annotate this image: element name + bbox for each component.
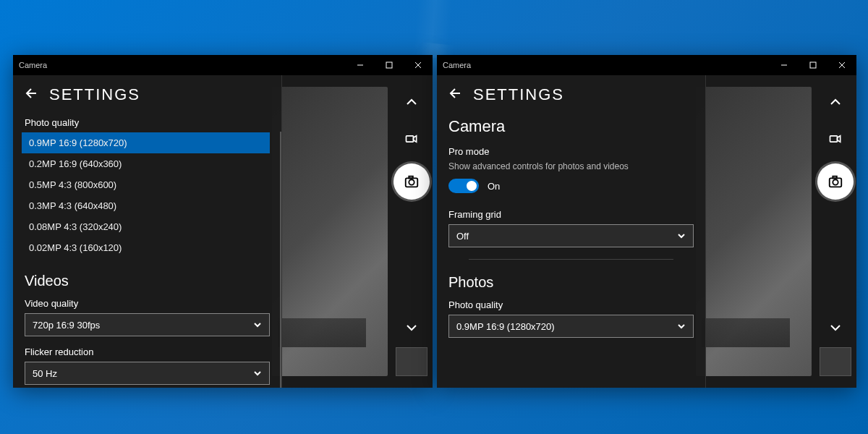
chevron-down-icon[interactable]: [396, 311, 427, 343]
quality-option[interactable]: 0.2MP 16:9 (640x360): [22, 153, 270, 174]
camera-heading: Camera: [448, 117, 694, 136]
side-rail: [814, 87, 856, 376]
minimize-button[interactable]: [770, 55, 799, 75]
framing-grid-label: Framing grid: [448, 209, 694, 220]
chevron-down-icon: [677, 322, 686, 331]
quality-option[interactable]: 0.5MP 4:3 (800x600): [22, 174, 270, 195]
photo-quality-list: 0.9MP 16:9 (1280x720) 0.2MP 16:9 (640x36…: [22, 132, 270, 258]
titlebar: Camera: [13, 55, 433, 75]
camera-window-right: Camera SETTINGS Camera Pro mode Show adv…: [437, 55, 856, 388]
close-button[interactable]: [404, 55, 433, 75]
content-area: SETTINGS Camera Pro mode Show advanced c…: [437, 75, 856, 388]
back-button[interactable]: [448, 86, 463, 103]
side-rail: [391, 87, 433, 376]
quality-option[interactable]: 0.02MP 4:3 (160x120): [22, 237, 270, 258]
video-quality-label: Video quality: [25, 298, 270, 309]
settings-title: SETTINGS: [473, 85, 564, 104]
content-area: SETTINGS Photo quality 0.9MP 16:9 (1280x…: [13, 75, 433, 388]
settings-panel: SETTINGS Photo quality 0.9MP 16:9 (1280x…: [13, 75, 282, 388]
svg-marker-15: [838, 136, 841, 142]
chevron-up-icon[interactable]: [396, 87, 427, 119]
flicker-combo[interactable]: 50 Hz: [25, 362, 270, 385]
window-title: Camera: [19, 61, 47, 69]
svg-rect-4: [407, 136, 414, 142]
close-button[interactable]: [827, 55, 856, 75]
svg-marker-5: [414, 136, 417, 142]
window-title: Camera: [443, 61, 471, 69]
pro-mode-label: Pro mode: [448, 146, 694, 157]
chevron-up-icon[interactable]: [820, 87, 851, 119]
chevron-down-icon: [677, 231, 686, 240]
quality-option[interactable]: 0.08MP 4:3 (320x240): [22, 216, 270, 237]
photo-quality-label: Photo quality: [448, 299, 694, 310]
chevron-down-icon: [253, 320, 262, 329]
minimize-button[interactable]: [346, 55, 375, 75]
svg-rect-14: [830, 136, 838, 142]
video-mode-icon[interactable]: [820, 123, 851, 155]
scrollbar[interactable]: [280, 132, 281, 388]
chevron-down-icon[interactable]: [820, 311, 851, 343]
pro-mode-state: On: [488, 181, 500, 192]
maximize-button[interactable]: [799, 55, 827, 75]
shutter-button[interactable]: [393, 163, 430, 200]
photos-heading: Photos: [448, 274, 694, 291]
quality-option[interactable]: 0.3MP 4:3 (640x480): [22, 195, 270, 216]
framing-grid-value: Off: [456, 231, 469, 242]
svg-point-17: [833, 179, 838, 184]
pro-mode-toggle[interactable]: [448, 179, 479, 193]
photo-quality-combo[interactable]: 0.9MP 16:9 (1280x720): [448, 315, 694, 338]
svg-rect-1: [386, 62, 392, 68]
back-button[interactable]: [25, 86, 39, 103]
videos-heading: Videos: [25, 273, 270, 289]
shutter-button[interactable]: [817, 163, 854, 200]
svg-point-7: [409, 179, 414, 184]
svg-rect-11: [810, 62, 816, 68]
pro-mode-desc: Show advanced controls for photos and vi…: [448, 161, 694, 171]
last-capture-thumbnail[interactable]: [396, 347, 427, 376]
svg-rect-8: [409, 176, 413, 179]
flicker-label: Flicker reduction: [25, 346, 270, 357]
quality-option[interactable]: 0.9MP 16:9 (1280x720): [22, 132, 270, 153]
flicker-value: 50 Hz: [33, 368, 57, 379]
video-quality-combo[interactable]: 720p 16:9 30fps: [25, 313, 270, 336]
chevron-down-icon: [253, 369, 262, 378]
titlebar: Camera: [437, 55, 856, 75]
camera-window-left: Camera SETTINGS Photo quality 0.9MP 16:9…: [13, 55, 433, 388]
settings-title: SETTINGS: [49, 85, 140, 104]
maximize-button[interactable]: [375, 55, 404, 75]
divider: [469, 259, 673, 260]
svg-rect-18: [833, 176, 837, 179]
photo-quality-value: 0.9MP 16:9 (1280x720): [456, 321, 555, 332]
camera-preview: [696, 87, 812, 376]
video-mode-icon[interactable]: [396, 123, 427, 155]
photo-quality-label: Photo quality: [25, 117, 270, 128]
settings-panel: SETTINGS Camera Pro mode Show advanced c…: [437, 75, 706, 388]
framing-grid-combo[interactable]: Off: [448, 224, 694, 247]
last-capture-thumbnail[interactable]: [820, 347, 851, 376]
video-quality-value: 720p 16:9 30fps: [33, 320, 100, 331]
camera-preview: [272, 87, 388, 376]
